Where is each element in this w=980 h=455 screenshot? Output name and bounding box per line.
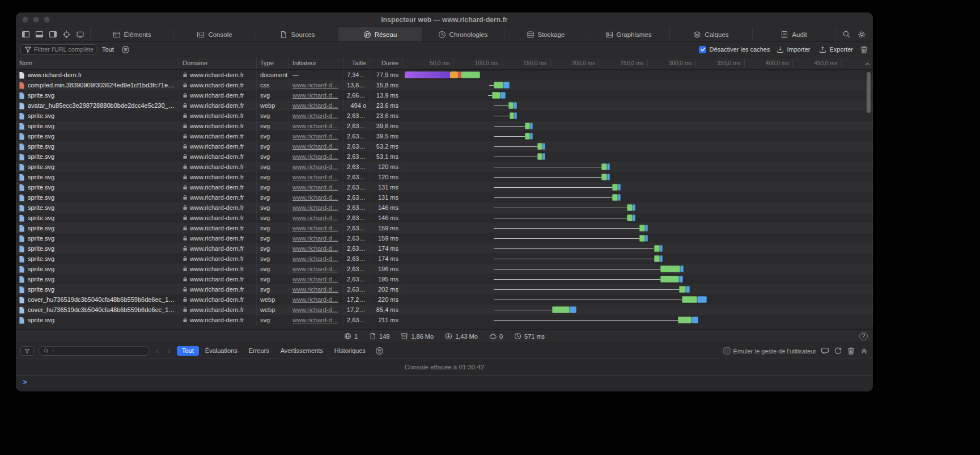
element-picker-icon[interactable] — [62, 30, 71, 39]
network-request-row[interactable]: www.richard-dern.frwww.richard-dern.frdo… — [16, 70, 873, 80]
initiator-link[interactable]: www.richard-d… — [292, 163, 338, 170]
disable-caches-toggle[interactable]: Désactiver les caches — [699, 46, 770, 53]
network-request-row[interactable]: sprite.svgwww.richard-dern.frsvgwww.rich… — [16, 182, 873, 192]
network-request-row[interactable]: sprite.svgwww.richard-dern.frsvgwww.rich… — [16, 131, 873, 141]
initiator-link[interactable]: www.richard-d… — [292, 194, 338, 201]
console-filter-options-button[interactable] — [375, 347, 384, 355]
network-request-row[interactable]: sprite.svgwww.richard-dern.frsvgwww.rich… — [16, 90, 873, 100]
next-result-button[interactable] — [166, 348, 172, 355]
clear-network-button[interactable] — [860, 45, 868, 54]
dock-right-icon[interactable] — [49, 30, 57, 39]
initiator-link[interactable]: www.richard-d… — [292, 286, 338, 293]
network-request-row[interactable]: sprite.svgwww.richard-dern.frsvgwww.rich… — [16, 213, 873, 223]
initiator-link[interactable]: www.richard-d… — [292, 204, 338, 211]
initiator-link[interactable]: www.richard-d… — [292, 102, 338, 109]
reload-icon[interactable] — [834, 347, 842, 355]
collapse-console-icon[interactable] — [860, 347, 868, 355]
tab-stockage[interactable]: Stockage — [504, 27, 587, 41]
emulate-checkbox[interactable] — [723, 347, 731, 355]
console-tab-historiques[interactable]: Historiques — [329, 346, 371, 356]
initiator-link[interactable]: www.richard-d… — [292, 235, 338, 242]
column-header-duree[interactable]: Durée — [370, 57, 402, 69]
import-button[interactable]: Importer — [774, 46, 812, 53]
close-button[interactable] — [22, 16, 28, 23]
url-filter-input[interactable]: Filtrer l'URL complète — [20, 44, 96, 54]
network-request-row[interactable]: cover_hu736519dc3b5040cfa48b6b559b6de6ec… — [16, 305, 873, 315]
initiator-link[interactable]: www.richard-d… — [292, 174, 338, 180]
network-request-row[interactable]: sprite.svgwww.richard-dern.frsvgwww.rich… — [16, 284, 873, 294]
console-search-input[interactable] — [39, 346, 150, 356]
initiator-link[interactable]: www.richard-d… — [292, 296, 338, 303]
tab-graphismes[interactable]: Graphismes — [587, 27, 669, 41]
previous-result-button[interactable] — [154, 348, 161, 355]
initiator-link[interactable]: www.richard-d… — [292, 92, 338, 99]
clear-console-icon[interactable] — [847, 347, 855, 355]
export-button[interactable]: Exporter — [817, 46, 855, 53]
tab-calques[interactable]: Calques — [669, 27, 752, 41]
network-request-row[interactable]: sprite.svgwww.richard-dern.frsvgwww.rich… — [16, 151, 873, 162]
network-request-row[interactable]: sprite.svgwww.richard-dern.frsvgwww.rich… — [16, 315, 873, 325]
initiator-link[interactable]: www.richard-d… — [292, 184, 338, 191]
initiator-link[interactable]: www.richard-d… — [292, 255, 338, 262]
initiator-link[interactable]: www.richard-d… — [292, 266, 338, 272]
column-header-initiateur[interactable]: Initiateur — [289, 57, 343, 69]
scrollbar-thumb[interactable] — [867, 72, 871, 113]
column-header-domaine[interactable]: Domaine — [179, 57, 257, 69]
network-request-row[interactable]: compiled.min.38390909f303624ed9e1cf1bd3f… — [16, 80, 873, 90]
network-request-row[interactable]: sprite.svgwww.richard-dern.frsvgwww.rich… — [16, 203, 873, 213]
console-tab-avertissements[interactable]: Avertissements — [275, 346, 328, 356]
console-drawer-button[interactable] — [20, 346, 34, 356]
tab-sources[interactable]: Sources — [256, 27, 338, 41]
header-chevron-icon[interactable] — [864, 60, 871, 70]
filter-options-button[interactable] — [121, 45, 130, 54]
dock-left-icon[interactable] — [22, 30, 30, 39]
tab-audit[interactable]: Audit — [752, 27, 835, 41]
initiator-link[interactable]: www.richard-d… — [292, 214, 338, 221]
initiator-link[interactable]: www.richard-d… — [292, 123, 338, 129]
console-messages-icon[interactable] — [821, 347, 829, 355]
network-request-row[interactable]: sprite.svgwww.richard-dern.frsvgwww.rich… — [16, 274, 873, 284]
initiator-link[interactable]: www.richard-d… — [292, 306, 338, 313]
minimize-button[interactable] — [33, 16, 39, 23]
console-tab-tout[interactable]: Tout — [177, 346, 199, 356]
network-request-row[interactable]: sprite.svgwww.richard-dern.frsvgwww.rich… — [16, 264, 873, 274]
responsive-mode-icon[interactable] — [76, 30, 84, 39]
tab-console[interactable]: Console — [173, 27, 256, 41]
gear-icon[interactable] — [858, 30, 866, 39]
column-header-taille[interactable]: Taille — [343, 57, 370, 69]
console-tab-erreurs[interactable]: Erreurs — [244, 346, 274, 356]
initiator-link[interactable]: www.richard-d… — [292, 225, 338, 231]
initiator-link[interactable]: www.richard-d… — [292, 143, 338, 150]
search-icon[interactable] — [842, 30, 851, 39]
network-request-row[interactable]: sprite.svgwww.richard-dern.frsvgwww.rich… — [16, 141, 873, 151]
initiator-link[interactable]: www.richard-d… — [292, 133, 338, 140]
column-header-type[interactable]: Type — [257, 57, 289, 69]
network-request-row[interactable]: sprite.svgwww.richard-dern.frsvgwww.rich… — [16, 254, 873, 264]
network-request-row[interactable]: sprite.svgwww.richard-dern.frsvgwww.rich… — [16, 233, 873, 243]
network-request-row[interactable]: sprite.svgwww.richard-dern.frsvgwww.rich… — [16, 192, 873, 203]
tab-reseau[interactable]: Réseau — [338, 27, 421, 41]
tab-elements[interactable]: Éléments — [90, 27, 173, 41]
network-request-row[interactable]: sprite.svgwww.richard-dern.frsvgwww.rich… — [16, 162, 873, 172]
zoom-button[interactable] — [44, 16, 50, 23]
initiator-link[interactable]: www.richard-d… — [292, 317, 338, 323]
network-request-row[interactable]: sprite.svgwww.richard-dern.frsvgwww.rich… — [16, 223, 873, 233]
tab-chronologies[interactable]: Chronologies — [421, 27, 504, 41]
initiator-link[interactable]: www.richard-d… — [292, 276, 338, 283]
disable-caches-checkbox[interactable] — [699, 46, 706, 53]
network-request-row[interactable]: sprite.svgwww.richard-dern.frsvgwww.rich… — [16, 111, 873, 121]
initiator-link[interactable]: www.richard-d… — [292, 153, 338, 160]
network-request-row[interactable]: cover_hu736519dc3b5040cfa48b6b559b6de6ec… — [16, 294, 873, 305]
column-header-nom[interactable]: Nom — [16, 57, 179, 69]
initiator-link[interactable]: www.richard-d… — [292, 82, 338, 89]
console-prompt[interactable]: > — [16, 376, 873, 388]
emulate-user-gesture-toggle[interactable]: Émuler le geste de l'utilisateur — [723, 347, 816, 355]
type-filter-dropdown[interactable]: Tout — [101, 46, 117, 53]
network-request-row[interactable]: sprite.svgwww.richard-dern.frsvgwww.rich… — [16, 243, 873, 254]
network-request-row[interactable]: sprite.svgwww.richard-dern.frsvgwww.rich… — [16, 172, 873, 182]
console-tab-evaluations[interactable]: Évaluations — [200, 346, 243, 356]
help-button[interactable]: ? — [859, 332, 868, 340]
initiator-link[interactable]: www.richard-d… — [292, 245, 338, 252]
dock-bottom-icon[interactable] — [35, 30, 44, 39]
initiator-link[interactable]: www.richard-d… — [292, 112, 338, 119]
